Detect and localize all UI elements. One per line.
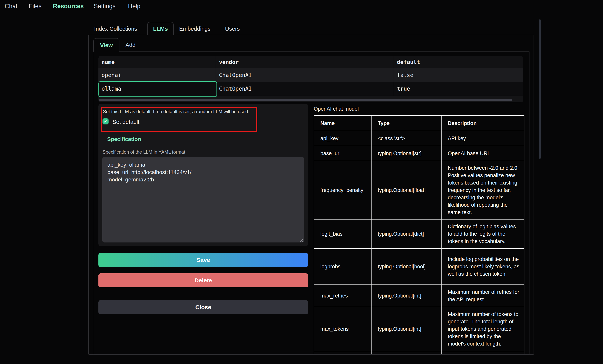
param-name (314, 351, 371, 354)
param-type: typing.Optional[float] (371, 161, 441, 219)
param-desc: Include log probabilities on the logprob… (441, 249, 524, 284)
set-default-hint: Set this LLM as default. If no default i… (103, 109, 249, 114)
delete-button[interactable]: Delete (98, 273, 308, 287)
tab-users[interactable]: Users (225, 26, 240, 32)
param-type: <class 'str'> (371, 131, 441, 146)
model-table-header: Name Type Description (314, 116, 524, 131)
model-panel-title: OpenAI chat model (314, 106, 359, 112)
table-row: max_tokens typing.Optional[int] Maximum … (314, 307, 524, 351)
llm-row-openai[interactable]: openai ChatOpenAI false (98, 68, 523, 82)
subtab-add[interactable]: Add (126, 42, 136, 48)
tab-llms[interactable]: LLMs (147, 22, 174, 35)
llm-cell-vendor[interactable]: ChatOpenAI (216, 82, 394, 96)
param-name: max_tokens (314, 307, 371, 351)
param-desc: API key (441, 131, 524, 146)
param-name: logit_bias (314, 219, 371, 248)
param-desc: OpenAI base URL (441, 146, 524, 161)
nav-item-chat[interactable]: Chat (5, 3, 17, 10)
nav-item-settings[interactable]: Settings (94, 3, 116, 10)
param-name: logprobs (314, 249, 371, 284)
subtab-view[interactable]: View (93, 38, 119, 52)
param-type: typing.Optional[bool] (371, 249, 441, 284)
tab-llms-label: LLMs (153, 26, 168, 32)
page-vertical-scrollbar[interactable] (539, 19, 541, 159)
table-row: logit_bias typing.Optional[dict] Diction… (314, 219, 524, 248)
tab-embeddings[interactable]: Embeddings (179, 26, 210, 32)
table-row: max_retries typing.Optional[int] Maximum… (314, 284, 524, 307)
llm-cell-name[interactable]: openai (98, 72, 216, 78)
param-type: typing.Optional[dict] (371, 219, 441, 248)
param-desc: Number between -2.0 and 2.0. Positive va… (441, 161, 524, 219)
model-schema-table: Name Type Description api_key <class 'st… (314, 115, 525, 354)
param-name: max_retries (314, 285, 371, 307)
param-desc: Dictionary of logit bias values to add t… (441, 219, 524, 248)
set-default-checkbox[interactable]: ✓ (103, 118, 109, 125)
table-row: base_url typing.Optional[str] OpenAI bas… (314, 146, 524, 161)
llm-cell-default[interactable]: true (394, 82, 523, 96)
col-header-type: Type (371, 116, 441, 131)
param-name: frequency_penalty (314, 161, 371, 219)
set-default-label: Set default (112, 119, 139, 125)
llm-header-vendor: vendor (216, 56, 394, 68)
subtab-view-label: View (100, 42, 113, 49)
param-type: typing.Optional[int] (371, 285, 441, 307)
param-type: typing.Optional[str] (371, 146, 441, 161)
param-type (371, 351, 441, 354)
llm-cell-name[interactable]: ollama (98, 86, 216, 92)
check-icon: ✓ (104, 119, 107, 124)
save-button[interactable]: Save (98, 253, 308, 267)
nav-item-files[interactable]: Files (29, 3, 41, 10)
param-desc: Maximum number of tokens to generate. Th… (441, 307, 524, 351)
table-horizontal-scrollbar[interactable] (99, 99, 512, 101)
nav-item-help[interactable]: Help (128, 3, 140, 10)
specification-textarea[interactable]: api_key: ollama base_url: http://localho… (102, 157, 304, 242)
table-row (314, 351, 524, 354)
param-name: base_url (314, 146, 371, 161)
llm-header-name: name (98, 59, 216, 65)
llm-table-header: name vendor default (98, 56, 523, 68)
llm-cell-vendor[interactable]: ChatOpenAI (216, 68, 394, 82)
param-type: typing.Optional[int] (371, 307, 441, 351)
table-row: logprobs typing.Optional[bool] Include l… (314, 248, 524, 284)
app-screen: Chat Files Resources Settings Help Index… (0, 0, 603, 364)
param-name: api_key (314, 131, 371, 146)
llm-header-default: default (394, 56, 523, 68)
param-desc (441, 351, 524, 354)
close-button[interactable]: Close (98, 300, 308, 314)
col-header-name: Name (314, 116, 371, 131)
specification-title: Specification (107, 136, 141, 142)
nav-item-resources[interactable]: Resources (53, 3, 84, 10)
llm-row-ollama[interactable]: ollama ChatOpenAI true (98, 82, 523, 96)
table-row: api_key <class 'str'> API key (314, 131, 524, 146)
param-desc: Maximum number of retries for the API re… (441, 285, 524, 307)
col-header-description: Description (441, 116, 524, 131)
tab-index-collections[interactable]: Index Collections (94, 26, 137, 32)
llm-cell-default[interactable]: false (394, 68, 523, 82)
llm-list-table: name vendor default openai ChatOpenAI fa… (98, 56, 523, 102)
table-row: frequency_penalty typing.Optional[float]… (314, 161, 524, 219)
specification-hint: Specification of the LLM in YAML format (103, 149, 185, 155)
